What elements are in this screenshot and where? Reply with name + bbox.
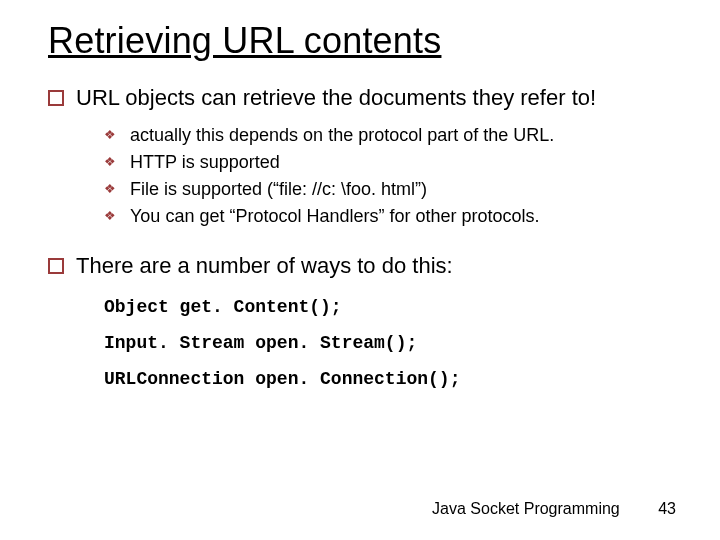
- bullet-text: File is supported (“file: //c: \foo. htm…: [130, 176, 427, 203]
- code-line: Input. Stream open. Stream();: [104, 325, 680, 361]
- bullet-level2: ❖ HTTP is supported: [104, 149, 680, 176]
- code-line: Object get. Content();: [104, 289, 680, 325]
- slide-footer: Java Socket Programming 43: [432, 500, 676, 518]
- bullet-level2: ❖ You can get “Protocol Handlers” for ot…: [104, 203, 680, 230]
- page-number: 43: [658, 500, 676, 517]
- diamond-bullet-icon: ❖: [104, 152, 116, 172]
- bullet-text: URL objects can retrieve the documents t…: [76, 84, 596, 112]
- bullet-text: There are a number of ways to do this:: [76, 252, 453, 280]
- code-line: URLConnection open. Connection();: [104, 361, 680, 397]
- bullet-level2: ❖ actually this depends on the protocol …: [104, 122, 680, 149]
- slide: Retrieving URL contents URL objects can …: [0, 0, 720, 540]
- diamond-bullet-icon: ❖: [104, 179, 116, 199]
- bullet-level1: URL objects can retrieve the documents t…: [48, 84, 680, 112]
- bullet-level1: There are a number of ways to do this:: [48, 252, 680, 280]
- diamond-bullet-icon: ❖: [104, 206, 116, 226]
- square-bullet-icon: [48, 258, 64, 274]
- bullet-level2: ❖ File is supported (“file: //c: \foo. h…: [104, 176, 680, 203]
- bullet-text: HTTP is supported: [130, 149, 280, 176]
- bullet-text: You can get “Protocol Handlers” for othe…: [130, 203, 540, 230]
- square-bullet-icon: [48, 90, 64, 106]
- sub-bullet-group: ❖ actually this depends on the protocol …: [104, 122, 680, 230]
- footer-label: Java Socket Programming: [432, 500, 620, 517]
- slide-title: Retrieving URL contents: [48, 20, 680, 62]
- bullet-text: actually this depends on the protocol pa…: [130, 122, 554, 149]
- diamond-bullet-icon: ❖: [104, 125, 116, 145]
- code-block: Object get. Content();Input. Stream open…: [104, 289, 680, 397]
